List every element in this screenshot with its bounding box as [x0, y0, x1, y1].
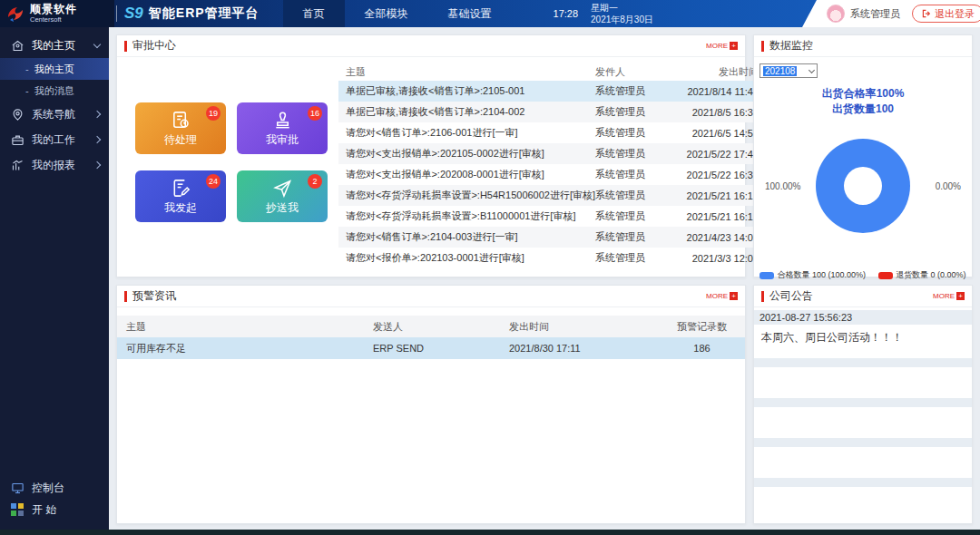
table-row[interactable]: 请您对<报价单>:202103-0001进行[审核] 系统管理员 2021/3/…	[338, 248, 762, 268]
briefcase-icon	[11, 133, 24, 147]
chart-legend: 合格数量 100 (100.00%) 退货数量 0 (0.00%)	[754, 269, 972, 281]
pass-rate-text: 出货合格率100%	[754, 86, 972, 102]
sidebar-item-my-reports[interactable]: 我的报表	[0, 152, 109, 178]
data-monitor-panel: 数据监控 202108 出货合格率100% 出货数量100 100.00% 0.…	[753, 34, 973, 277]
cc-count-badge: 2	[308, 174, 322, 189]
tile-pending[interactable]: 19 待处理	[135, 102, 226, 154]
donut-ring	[816, 139, 910, 233]
logo-swirl-icon	[5, 3, 26, 24]
sidebar-item-system-nav[interactable]: 系统导航	[0, 102, 109, 127]
erp-dashboard: 顺景软件 Centersoft S9 智能ERP管理平台 首页 全部模块 基础设…	[0, 0, 980, 535]
approval-more-link[interactable]: MORE	[706, 42, 738, 50]
sidebar-item-my-home[interactable]: 我的主页	[0, 33, 109, 58]
more-plus-icon	[956, 292, 965, 300]
alerts-table-header: 主题 发送人 发出时间 预警记录数	[117, 316, 745, 337]
panel-accent-bar	[124, 41, 127, 52]
announcement-empty-row	[754, 358, 972, 367]
data-monitor-title: 数据监控	[769, 38, 813, 54]
donut-hole	[844, 167, 882, 205]
more-plus-icon	[730, 292, 738, 300]
announcements-panel: 公司公告 MORE 2021-08-27 15:56:23 本周六、周日公司活动…	[753, 285, 973, 524]
table-row[interactable]: 请您对<存货浮动耗损率设置>:B11000001进行[审核] 系统管理员 202…	[338, 206, 762, 227]
header-user-area: 系统管理员 退出登录	[802, 0, 980, 27]
top-bar: 顺景软件 Centersoft S9 智能ERP管理平台 首页 全部模块 基础设…	[0, 0, 980, 27]
announcement-empty-row	[754, 398, 972, 407]
logo-subtitle: Centersoft	[30, 15, 77, 24]
bar-chart-icon	[11, 159, 24, 172]
panel-accent-bar	[124, 291, 127, 302]
alerts-more-link[interactable]: MORE	[706, 292, 738, 300]
weekday: 星期一	[591, 2, 653, 15]
table-row[interactable]: 请您对<销售订单>:2104-003进行[一审] 系统管理员 2021/4/23…	[338, 227, 762, 248]
document-edit-icon	[171, 178, 191, 199]
logout-button[interactable]: 退出登录	[912, 5, 980, 23]
table-row[interactable]: 请您对<支出报销单>:202008-0001进行[审核] 系统管理员 2021/…	[338, 164, 762, 185]
shipment-qty-text: 出货数量100	[754, 102, 972, 117]
logout-label: 退出登录	[935, 7, 975, 21]
period-dropdown[interactable]: 202108	[760, 63, 818, 78]
avatar[interactable]	[827, 5, 845, 23]
chevron-right-icon	[93, 136, 101, 143]
announcement-content[interactable]: 本周六、周日公司活动！！！	[754, 325, 972, 354]
tab-basic-settings[interactable]: 基础设置	[428, 0, 512, 27]
tile-my-approvals[interactable]: 16 我审批	[237, 102, 328, 154]
approval-table: 主题 发件人 发出时间 单据已审核,请接收<销售订单>:2105-001 系统管…	[338, 63, 762, 270]
sidebar-item-my-work[interactable]: 我的工作	[0, 127, 109, 152]
chevron-right-icon	[93, 111, 101, 118]
sidebar-item-label: 我的主页	[32, 38, 87, 54]
donut-chart: 100.00% 0.00%	[754, 126, 972, 246]
username: 系统管理员	[850, 7, 900, 21]
announcement-datetime[interactable]: 2021-08-27 15:56:23	[754, 310, 972, 325]
start-button[interactable]: 开 始	[0, 499, 109, 520]
announcements-more-link[interactable]: MORE	[933, 292, 965, 300]
sidebar-subitem-my-home[interactable]: 我的主页	[0, 58, 109, 80]
sidebar: 我的主页 我的主页 我的消息 系统导航 我的工作 我的报表	[0, 27, 109, 530]
panel-accent-bar	[761, 291, 764, 302]
initiated-count-badge: 24	[206, 174, 220, 189]
approval-center-panel: 审批中心 MORE 19 待处理 1	[116, 34, 746, 277]
alerts-panel: 预警资讯 MORE 主题 发送人 发出时间 预警记录数 可用库存不足 ERP S…	[116, 285, 746, 524]
table-row[interactable]: 请您对<支出报销单>:202105-0002进行[审核] 系统管理员 2021/…	[338, 143, 762, 164]
tile-cc-to-me[interactable]: 2 抄送我	[237, 170, 328, 222]
announcement-empty-row	[754, 438, 972, 447]
legend-returned: 退货数量 0 (0.00%)	[896, 269, 966, 281]
tab-home[interactable]: 首页	[283, 0, 345, 27]
clock-time: 17:28	[554, 8, 579, 19]
sidebar-footer: 控制台 开 始	[0, 477, 109, 520]
donut-label-right: 0.00%	[936, 181, 961, 191]
console-button[interactable]: 控制台	[0, 477, 109, 499]
tab-all-modules[interactable]: 全部模块	[345, 0, 428, 27]
legend-swatch-qualified	[760, 272, 774, 279]
table-row[interactable]: 单据已审核,请接收<销售订单>:2104-002 系统管理员 2021/8/5 …	[338, 102, 762, 122]
table-row[interactable]: 请您对<销售订单>:2106-001进行[一审] 系统管理员 2021/6/5 …	[338, 122, 762, 143]
home-icon	[11, 39, 24, 53]
my-approvals-count-badge: 16	[308, 106, 322, 121]
map-pin-icon	[11, 108, 24, 122]
chevron-down-icon	[93, 40, 101, 47]
date: 2021年8月30日	[591, 14, 653, 26]
stamp-icon	[272, 110, 293, 131]
top-navigation: 首页 全部模块 基础设置	[283, 0, 512, 27]
table-row[interactable]: 单据已审核,请接收<销售订单>:2105-001 系统管理员 2021/8/14…	[338, 81, 762, 102]
start-squares-icon	[11, 503, 24, 516]
alert-row[interactable]: 可用库存不足 ERP SEND 2021/8/30 17:11 186	[117, 337, 745, 359]
pending-count-badge: 19	[206, 106, 220, 121]
table-row[interactable]: 请您对<存货浮动耗损率设置>:H54R15006002进行[审核] 系统管理员 …	[338, 185, 762, 206]
announcements-title: 公司公告	[769, 288, 813, 304]
legend-swatch-returned	[878, 272, 893, 279]
bottom-edge-bar	[0, 530, 980, 535]
tile-initiated-by-me[interactable]: 24 我发起	[135, 170, 226, 222]
clipboard-clock-icon	[171, 110, 191, 131]
donut-label-left: 100.00%	[765, 181, 800, 191]
chevron-right-icon	[93, 161, 101, 169]
alerts-title: 预警资讯	[132, 288, 176, 304]
logout-icon	[921, 8, 932, 19]
console-monitor-icon	[11, 482, 24, 495]
legend-qualified: 合格数量 100 (100.00%)	[777, 269, 866, 281]
announcement-empty-row	[754, 478, 972, 487]
start-label: 开 始	[32, 502, 100, 518]
period-value: 202108	[763, 66, 797, 76]
header-divider	[116, 5, 117, 22]
sidebar-subitem-my-messages[interactable]: 我的消息	[0, 80, 109, 102]
panel-accent-bar	[761, 41, 764, 52]
